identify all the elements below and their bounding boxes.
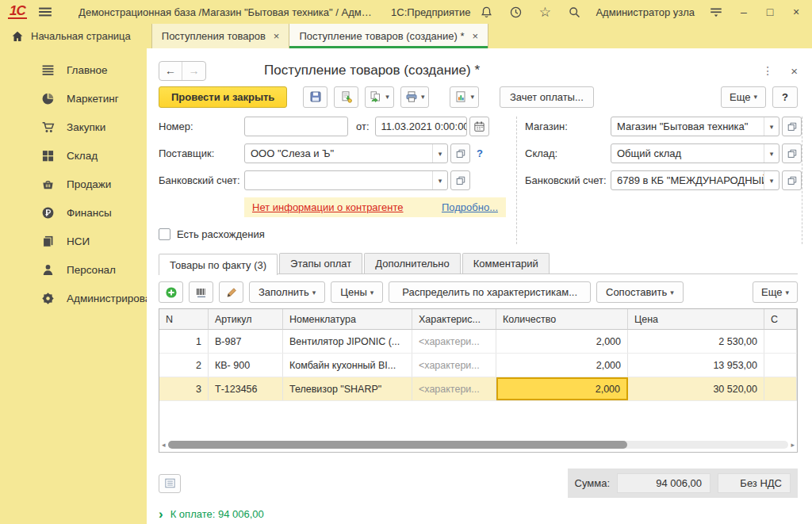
table-row[interactable]: 2 КВ- 900 Комбайн кухонный BI... <характ… (159, 354, 797, 377)
close-window-button[interactable]: × (787, 2, 806, 21)
no-counterparty-info-link[interactable]: Нет информации о контрагенте (252, 201, 404, 213)
date-input[interactable]: 11.03.2021 0:00:00 (375, 117, 467, 136)
edit-row-button[interactable] (219, 281, 243, 303)
col-price[interactable]: Цена (628, 309, 764, 330)
notifications-bell-icon[interactable] (475, 2, 497, 21)
dropdown-caret-icon[interactable]: ▾ (432, 144, 447, 163)
sidebar-item-label: Закупки (67, 121, 105, 133)
sidebar-item-zakupki[interactable]: Закупки (0, 113, 147, 141)
dropdown-caret-icon[interactable]: ▾ (432, 171, 447, 189)
col-qty[interactable]: Количество (496, 309, 628, 330)
nav-back-button[interactable]: ← (159, 62, 182, 80)
favorites-star-icon[interactable]: ☆ (534, 2, 556, 21)
open-supplier-icon[interactable] (450, 143, 470, 163)
pie-chart-icon (41, 92, 55, 105)
minimize-button[interactable]: – (734, 2, 753, 21)
post-and-close-button[interactable]: Провести и закрыть (159, 86, 287, 108)
close-tab-icon[interactable]: × (274, 30, 280, 42)
sidebar-item-glavnoe[interactable]: Главное (0, 55, 147, 84)
close-tab-icon[interactable]: × (472, 30, 478, 42)
distribute-by-characteristics-button[interactable]: Распределить по характеристикам... (389, 281, 591, 303)
supplier-input[interactable]: ООО "Слеза и Ъ" ▾ (244, 143, 448, 163)
print-button[interactable]: ▾ (400, 86, 430, 108)
command-list-button[interactable] (159, 474, 181, 493)
create-based-on-button[interactable]: ▾ (365, 86, 394, 108)
open-bank-account-icon[interactable] (450, 170, 470, 190)
col-name[interactable]: Номенклатура (283, 309, 412, 330)
add-row-button[interactable] (159, 281, 183, 303)
col-characteristic[interactable]: Характерис... (412, 309, 496, 330)
store-label: Магазин: (525, 120, 611, 132)
scrollbar-thumb[interactable] (168, 441, 627, 449)
fill-button[interactable]: Заполнить ▾ (249, 281, 325, 303)
tab-comment[interactable]: Комментарий (462, 253, 550, 273)
counterparty-warning-strip: Нет информации о контрагенте Подробно... (244, 197, 506, 217)
bank-account-input[interactable]: ▾ (244, 170, 448, 190)
horizontal-scrollbar[interactable]: ◂ ▸ (162, 439, 795, 449)
prices-button[interactable]: Цены ▾ (331, 281, 383, 303)
main-menu-icon[interactable] (36, 3, 55, 21)
supplier-help-icon[interactable]: ? (477, 147, 483, 159)
post-document-button[interactable] (334, 86, 358, 108)
open-bank-account2-icon[interactable] (782, 170, 802, 190)
active-cell[interactable]: 2,000 (496, 377, 628, 400)
nav-forward-button[interactable]: → (182, 62, 205, 80)
help-button[interactable]: ? (772, 86, 798, 108)
number-input[interactable] (244, 117, 348, 136)
sidebar-item-administrirovanie[interactable]: Администрирование (0, 284, 147, 312)
1c-logo-icon: 1С (8, 5, 27, 19)
tab-additional[interactable]: Дополнительно (364, 253, 461, 273)
scrollbar-track[interactable] (168, 441, 789, 449)
sidebar-item-sklad[interactable]: Склад (0, 141, 147, 170)
scroll-left-arrow-icon[interactable]: ◂ (162, 441, 166, 449)
reports-button[interactable]: ▾ (450, 86, 479, 108)
open-warehouse-icon[interactable] (782, 143, 802, 163)
match-button[interactable]: Сопоставить ▾ (596, 281, 684, 303)
bank-account2-label: Банковский счет: (525, 174, 611, 186)
discrepancy-checkbox[interactable] (159, 228, 170, 240)
calendar-icon[interactable] (469, 117, 489, 136)
warehouse-input[interactable]: Общий склад ▾ (611, 143, 779, 163)
sidebar-item-finansy[interactable]: Финансы (0, 198, 147, 227)
dropdown-caret-icon[interactable]: ▾ (764, 117, 779, 136)
store-input[interactable]: Магазин "Бытовая техника" ▾ (611, 117, 779, 136)
history-clock-icon[interactable] (504, 2, 527, 21)
open-store-icon[interactable] (782, 117, 802, 136)
dropdown-caret-icon[interactable]: ▾ (764, 144, 779, 163)
gear-icon (41, 292, 55, 305)
home-icon (11, 30, 24, 43)
scroll-right-arrow-icon[interactable]: ▸ (791, 441, 795, 449)
sidebar-item-nsi[interactable]: НСИ (0, 227, 147, 255)
col-article[interactable]: Артикул (209, 309, 283, 330)
current-user[interactable]: Администратор узла (596, 6, 695, 18)
barcode-scan-button[interactable] (189, 281, 213, 303)
home-tab[interactable]: Начальная страница (0, 24, 151, 48)
payable-expander[interactable]: › К оплате: 94 006,00 (159, 508, 798, 520)
table-more-button[interactable]: Еще ▾ (753, 281, 798, 303)
form-title: Поступление товаров (создание) * (264, 63, 480, 78)
col-sum[interactable]: С (764, 309, 797, 330)
table-row-selected[interactable]: 3 Т-123456 Телевизор "SHARP" <характери.… (159, 377, 797, 401)
tab-postupleniya-tovarov[interactable]: Поступления товаров × (151, 24, 289, 48)
sidebar-item-label: НСИ (67, 235, 90, 247)
sidebar-item-marketing[interactable]: Маркетинг (0, 84, 147, 113)
tab-payment-stages[interactable]: Этапы оплат (279, 253, 362, 273)
table-row[interactable]: 1 B-987 Вентилятор JIPONIC (... <характе… (159, 330, 797, 354)
details-link[interactable]: Подробно... (442, 201, 498, 213)
sidebar-item-prodazhi[interactable]: Продажи (0, 170, 147, 198)
bank-account2-input[interactable]: 6789 в КБ "МЕЖДУНАРОДНЫЙ Б ▾ (611, 170, 779, 190)
dropdown-caret-icon[interactable]: ▾ (764, 171, 779, 189)
service-menu-icon[interactable] (705, 2, 727, 21)
more-button[interactable]: Еще ▾ (721, 86, 766, 108)
close-form-icon[interactable]: × (791, 64, 798, 78)
payment-offset-button[interactable]: Зачет оплаты... (500, 86, 594, 108)
tab-goods-by-fact[interactable]: Товары по факту (3) (159, 254, 278, 275)
sidebar-item-personal[interactable]: Персонал (0, 255, 147, 284)
search-icon[interactable] (563, 2, 585, 21)
col-n[interactable]: N (159, 309, 209, 330)
tab-postuplenie-sozdanie[interactable]: Поступление товаров (создание) * × (289, 24, 488, 48)
form-menu-dots-icon[interactable]: ⋮ (762, 64, 773, 77)
vat-mode[interactable]: Без НДС (718, 473, 791, 493)
maximize-button[interactable]: □ (760, 2, 779, 21)
save-button[interactable] (303, 86, 327, 108)
